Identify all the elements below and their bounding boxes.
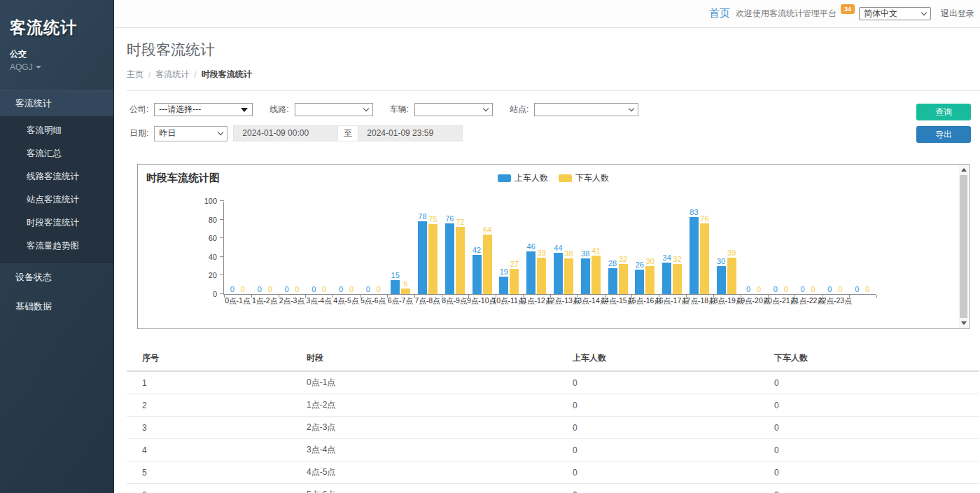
bar-group: 00 xyxy=(332,202,360,294)
bar[interactable] xyxy=(499,277,508,294)
bar-column: 30 xyxy=(645,257,654,294)
bar-value-label: 83 xyxy=(690,208,698,216)
sidebar-item-线路客流统计[interactable]: 线路客流统计 xyxy=(0,165,113,188)
brand-subtitle: 公交 xyxy=(10,48,104,60)
date-label: 日期: xyxy=(130,127,148,139)
bar-column: 32 xyxy=(673,255,682,294)
date-preset-select[interactable]: 昨日 xyxy=(154,126,227,141)
bar[interactable] xyxy=(483,235,492,294)
table-cell: 0 xyxy=(759,417,979,439)
bar[interactable] xyxy=(635,270,644,294)
bar-column: 0 xyxy=(320,285,329,294)
query-button[interactable]: 查询 xyxy=(916,104,971,120)
chart-scrollbar[interactable] xyxy=(959,165,968,328)
x-axis-tick-mark xyxy=(360,295,360,298)
date-to-input[interactable]: 2024-01-09 23:59 xyxy=(358,125,463,141)
notification-badge[interactable]: 34 xyxy=(841,4,855,14)
sidebar-item-时段客流统计[interactable]: 时段客流统计 xyxy=(0,211,113,235)
bar-column: 38 xyxy=(564,249,573,294)
table-row[interactable]: 21点-2点00 xyxy=(127,394,979,417)
table-row[interactable]: 43点-4点00 xyxy=(127,439,979,461)
bar[interactable] xyxy=(645,266,654,294)
bar[interactable] xyxy=(445,223,454,294)
table-cell: 6 xyxy=(127,484,291,493)
table-cell: 0 xyxy=(759,439,979,461)
bar[interactable] xyxy=(717,266,726,294)
breadcrumb-parent[interactable]: 客流统计 xyxy=(155,69,189,81)
table-body: 10点-1点0021点-2点0032点-3点0043点-4点0054点-5点00… xyxy=(127,371,979,493)
legend-item[interactable]: 下车人数 xyxy=(559,172,609,184)
sidebar-item-客流汇总[interactable]: 客流汇总 xyxy=(0,142,113,165)
x-axis-tick-mark xyxy=(414,295,415,298)
table-row[interactable]: 65点-6点00 xyxy=(127,484,979,493)
bar-column: 0 xyxy=(255,285,264,294)
table-cell: 0 xyxy=(557,394,759,417)
sidebar-section-base-data[interactable]: 基础数据 xyxy=(0,292,113,321)
table-row[interactable]: 32点-3点00 xyxy=(127,417,979,439)
bar[interactable] xyxy=(526,251,536,294)
line-select[interactable] xyxy=(295,103,373,116)
bar[interactable] xyxy=(391,280,400,294)
export-button[interactable]: 导出 xyxy=(916,126,971,143)
bar-column: 83 xyxy=(690,208,699,294)
scroll-down-icon[interactable] xyxy=(961,321,967,325)
logout-link[interactable]: 退出登录 xyxy=(941,8,974,20)
bar[interactable] xyxy=(662,263,671,294)
sidebar-item-客流量趋势图[interactable]: 客流量趋势图 xyxy=(0,235,113,258)
sidebar-section-passenger-stats[interactable]: 客流统计 xyxy=(0,90,113,117)
table-row[interactable]: 10点-1点00 xyxy=(127,371,979,394)
bar[interactable] xyxy=(581,258,590,294)
bar[interactable] xyxy=(673,264,682,294)
scrollbar-thumb[interactable] xyxy=(960,175,967,318)
sidebar-section-device-status[interactable]: 设备状态 xyxy=(0,263,113,292)
breadcrumb-home[interactable]: 主页 xyxy=(127,69,144,81)
x-axis-tick-mark xyxy=(686,295,687,298)
bar[interactable] xyxy=(592,256,601,294)
x-axis-tick-mark xyxy=(496,295,496,298)
bar[interactable] xyxy=(727,258,736,294)
x-axis-tick-mark xyxy=(659,295,659,298)
scroll-up-icon[interactable] xyxy=(961,168,967,172)
bar[interactable] xyxy=(537,258,546,294)
bar[interactable] xyxy=(456,227,465,294)
bar[interactable] xyxy=(564,258,573,294)
language-select[interactable]: 简体中文 xyxy=(859,7,931,20)
date-from-input[interactable]: 2024-01-09 00:00 xyxy=(233,125,338,141)
chevron-down-icon xyxy=(363,106,368,111)
company-select[interactable]: ---请选择--- xyxy=(154,103,253,116)
x-axis-label: 15点-16点 xyxy=(631,296,659,306)
x-axis-label: 7点-8点 xyxy=(414,296,441,306)
legend-item[interactable]: 上车人数 xyxy=(498,172,548,184)
filter-row-2: 日期: 昨日 2024-01-09 00:00 至 2024-01-09 23:… xyxy=(130,125,903,141)
home-link[interactable]: 首页 xyxy=(709,7,730,20)
x-axis-label: 23点-24点 xyxy=(848,296,876,306)
bar[interactable] xyxy=(608,268,617,294)
bar[interactable] xyxy=(690,217,699,294)
table-row[interactable]: 54点-5点00 xyxy=(127,461,979,484)
data-table-container: 序号时段上车人数下车人数 10点-1点0021点-2点0032点-3点0043点… xyxy=(127,346,979,493)
bar[interactable] xyxy=(418,221,427,294)
x-axis-tick-mark xyxy=(578,295,578,298)
bar[interactable] xyxy=(700,223,709,294)
bar-value-label: 46 xyxy=(527,242,536,251)
bar[interactable] xyxy=(554,253,563,294)
x-axis-label-text: 7点-8点 xyxy=(414,296,440,306)
bar[interactable] xyxy=(472,255,482,294)
bar[interactable] xyxy=(510,269,519,294)
bar-value-label: 30 xyxy=(646,257,654,265)
x-axis-label-text: 0点-1点 xyxy=(225,296,250,306)
bar-column: 0 xyxy=(781,285,790,294)
sidebar-item-站点客流统计[interactable]: 站点客流统计 xyxy=(0,188,113,211)
bar[interactable] xyxy=(401,289,410,294)
vehicle-select[interactable] xyxy=(414,103,493,116)
bar-column: 32 xyxy=(619,255,628,294)
x-axis-label: 21点-22点 xyxy=(794,296,822,306)
bar-column: 76 xyxy=(700,214,709,294)
station-select[interactable] xyxy=(534,103,638,116)
bar-column: 39 xyxy=(537,249,546,294)
bar-column: 0 xyxy=(798,285,807,294)
account-dropdown[interactable]: AQGJ xyxy=(10,62,104,72)
bar[interactable] xyxy=(428,224,438,294)
sidebar-item-客流明细[interactable]: 客流明细 xyxy=(0,119,113,142)
bar[interactable] xyxy=(619,264,628,294)
